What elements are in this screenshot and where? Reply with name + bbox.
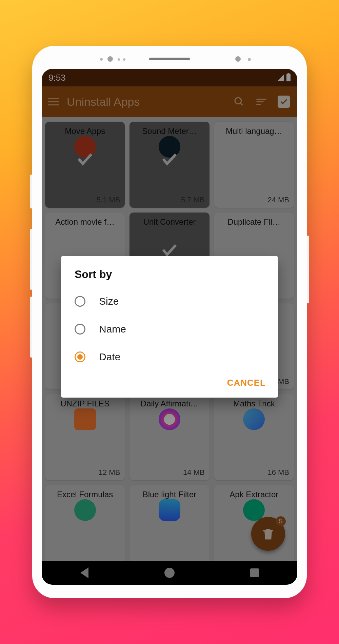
phone-sensor: [118, 58, 120, 61]
phone-sensor: [248, 58, 251, 61]
phone-sensor: [100, 58, 103, 61]
sort-option-label: Name: [99, 323, 126, 335]
sort-option-label: Size: [99, 296, 119, 307]
phone-sensor: [235, 56, 241, 62]
phone-sensor: [107, 56, 113, 62]
phone-side-button: [307, 236, 309, 303]
phone-speaker: [149, 58, 190, 60]
screen: 9:53 Uninstall Apps Move Apps5.1 MBSound…: [42, 69, 297, 585]
dialog-scrim[interactable]: Sort by SizeNameDate CANCEL: [42, 69, 297, 585]
phone-sensor: [123, 58, 125, 61]
phone-frame: 9:53 Uninstall Apps Move Apps5.1 MBSound…: [32, 46, 307, 598]
dialog-title: Sort by: [61, 268, 278, 287]
sort-option[interactable]: Name: [61, 315, 278, 343]
sort-option[interactable]: Size: [61, 287, 278, 315]
cancel-button[interactable]: CANCEL: [227, 378, 266, 388]
sort-option[interactable]: Date: [61, 343, 278, 371]
phone-side-button: [30, 297, 32, 358]
sort-option-label: Date: [99, 351, 120, 363]
phone-side-button: [30, 175, 32, 208]
radio-icon: [75, 324, 85, 335]
radio-icon: [75, 351, 85, 362]
sort-dialog: Sort by SizeNameDate CANCEL: [61, 256, 278, 398]
radio-icon: [75, 296, 85, 307]
phone-side-button: [30, 229, 32, 290]
